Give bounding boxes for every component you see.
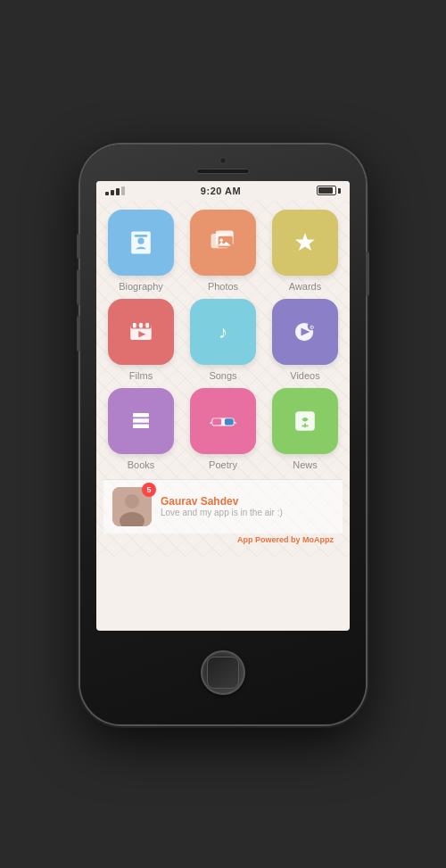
poetry-icon bbox=[207, 405, 239, 437]
tile-awards[interactable] bbox=[272, 210, 338, 276]
front-camera bbox=[219, 157, 227, 164]
svg-rect-19 bbox=[133, 413, 149, 417]
user-bar[interactable]: 5 Gaurav Sahdev Love and my app is in th… bbox=[103, 479, 343, 533]
grid-item-awards[interactable]: Awards bbox=[268, 210, 343, 292]
label-awards: Awards bbox=[289, 281, 321, 292]
label-songs: Songs bbox=[209, 370, 236, 381]
tile-poetry[interactable] bbox=[190, 388, 256, 454]
tile-films[interactable] bbox=[108, 299, 174, 365]
user-name: Gaurav Sahdev bbox=[161, 495, 334, 508]
tile-biography[interactable] bbox=[108, 210, 174, 276]
label-news: News bbox=[293, 459, 318, 470]
home-button-inner bbox=[207, 657, 239, 689]
powered-by-prefix: App Powered by bbox=[237, 535, 302, 544]
svg-line-26 bbox=[211, 421, 212, 423]
label-films: Films bbox=[129, 370, 153, 381]
phone-screen: 9:20 AM bbox=[96, 181, 350, 631]
notification-badge: 5 bbox=[142, 483, 156, 497]
battery-icon bbox=[317, 186, 341, 195]
phone-top bbox=[80, 145, 366, 174]
videos-icon: ⚙ bbox=[289, 316, 321, 348]
user-info: Gaurav Sahdev Love and my app is in the … bbox=[161, 495, 334, 517]
photos-icon bbox=[207, 227, 239, 259]
tile-news[interactable] bbox=[272, 388, 338, 454]
svg-text:♪: ♪ bbox=[219, 322, 227, 342]
phone-bottom bbox=[201, 631, 245, 724]
earpiece bbox=[196, 169, 250, 174]
label-books: Books bbox=[128, 459, 155, 470]
svg-rect-21 bbox=[133, 424, 149, 428]
app-content: Biography Photos bbox=[96, 201, 350, 557]
tile-songs[interactable]: ♪ bbox=[190, 299, 256, 365]
svg-rect-11 bbox=[145, 323, 149, 327]
user-avatar-wrap: 5 bbox=[112, 487, 152, 526]
power-button bbox=[366, 252, 369, 296]
grid-item-films[interactable]: Films bbox=[103, 299, 178, 381]
label-biography: Biography bbox=[119, 281, 163, 292]
grid-item-songs[interactable]: ♪ Songs bbox=[186, 299, 260, 381]
label-poetry: Poetry bbox=[209, 459, 237, 470]
status-time: 9:20 AM bbox=[201, 186, 241, 196]
svg-point-32 bbox=[125, 494, 139, 508]
label-photos: Photos bbox=[208, 281, 238, 292]
menu-grid: Biography Photos bbox=[103, 210, 343, 470]
powered-by-brand: MoAppz bbox=[302, 535, 334, 544]
tile-videos[interactable]: ⚙ bbox=[272, 299, 338, 365]
grid-item-videos[interactable]: ⚙ Videos bbox=[268, 299, 343, 381]
powered-by: App Powered by MoAppz bbox=[103, 533, 343, 548]
svg-rect-23 bbox=[212, 418, 221, 425]
svg-rect-20 bbox=[133, 418, 149, 423]
svg-text:⚙: ⚙ bbox=[310, 324, 314, 330]
tile-photos[interactable] bbox=[190, 210, 256, 276]
svg-point-2 bbox=[137, 237, 144, 244]
grid-item-news[interactable]: News bbox=[268, 388, 343, 470]
grid-item-books[interactable]: Books bbox=[103, 388, 178, 470]
svg-rect-9 bbox=[133, 323, 136, 327]
grid-item-poetry[interactable]: Poetry bbox=[186, 388, 260, 470]
books-icon bbox=[125, 405, 157, 437]
awards-icon bbox=[289, 227, 321, 259]
status-bar: 9:20 AM bbox=[96, 181, 350, 201]
svg-rect-24 bbox=[225, 418, 234, 425]
volume-down-button bbox=[77, 316, 80, 351]
biography-icon bbox=[125, 227, 157, 259]
signal-icon bbox=[105, 186, 125, 195]
svg-line-27 bbox=[235, 421, 236, 423]
phone-frame: 9:20 AM bbox=[80, 145, 366, 724]
home-button[interactable] bbox=[201, 650, 245, 695]
volume-up-button bbox=[77, 269, 80, 305]
svg-rect-10 bbox=[139, 323, 143, 327]
films-icon bbox=[125, 316, 157, 348]
user-status: Love and my app is in the air :) bbox=[161, 508, 334, 517]
mute-button bbox=[77, 234, 80, 259]
svg-point-6 bbox=[219, 238, 223, 242]
grid-item-biography[interactable]: Biography bbox=[103, 210, 178, 292]
grid-item-photos[interactable]: Photos bbox=[186, 210, 260, 292]
songs-icon: ♪ bbox=[207, 316, 239, 348]
tile-books[interactable] bbox=[108, 388, 174, 454]
news-icon bbox=[289, 405, 321, 437]
label-videos: Videos bbox=[290, 370, 319, 381]
svg-rect-1 bbox=[135, 235, 147, 237]
